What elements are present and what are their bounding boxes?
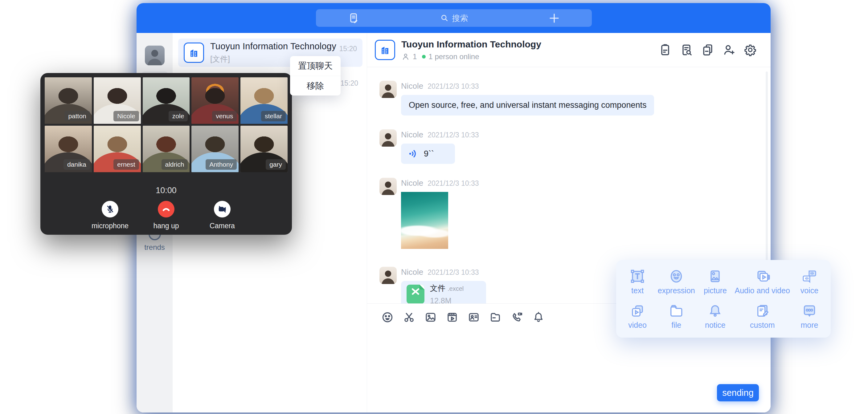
- message-body: Nicole 2021/12/3 10:33 Open source, free…: [401, 81, 654, 116]
- audio-video-icon: [754, 268, 770, 284]
- screenshot-scissors-icon[interactable]: [402, 311, 416, 324]
- panel-item-text[interactable]: text: [618, 264, 657, 299]
- message-voice: Nicole 2021/12/3 10:33 9``: [379, 129, 758, 164]
- screen: 搜索: [0, 0, 868, 414]
- panel-label: text: [631, 286, 644, 295]
- text-bubble[interactable]: Open source, free, and universal instant…: [401, 95, 654, 116]
- video-clip-icon[interactable]: [445, 311, 459, 324]
- emoji-icon[interactable]: [381, 311, 394, 324]
- panel-label: more: [801, 321, 818, 329]
- members-icon: [401, 52, 410, 61]
- chat-header-meta: Tuoyun Information Technology 1 1 person…: [401, 39, 658, 61]
- panel-item-file[interactable]: file: [657, 299, 696, 333]
- panel-item-video[interactable]: video: [618, 299, 657, 333]
- message-time: 2021/12/3 10:33: [428, 131, 479, 139]
- sender-name: Nicole: [401, 178, 423, 188]
- microphone-button[interactable]: microphone: [92, 201, 128, 230]
- panel-item-notice[interactable]: notice: [696, 299, 735, 333]
- group-building-icon: [375, 40, 395, 60]
- chat-subtitle: 1 1 person online: [401, 52, 658, 61]
- trends-label: trends: [136, 243, 173, 252]
- expression-icon: [668, 268, 684, 284]
- notification-bell-icon[interactable]: [532, 311, 545, 324]
- member-count: 1: [413, 52, 417, 61]
- panel-label: file: [671, 321, 681, 329]
- excel-file-icon: [407, 285, 425, 304]
- participant-name: gary: [266, 159, 286, 170]
- notice-icon: [707, 303, 723, 319]
- file-bubble[interactable]: 文件 .excel 12.8M: [401, 281, 486, 304]
- search-placeholder: 搜索: [452, 12, 468, 23]
- search-bar[interactable]: 搜索: [316, 9, 592, 27]
- message-time: 2021/12/3 10:33: [428, 268, 479, 277]
- camera-button[interactable]: Camera: [204, 201, 241, 230]
- send-button[interactable]: sending: [717, 384, 759, 402]
- voice-duration: 9``: [424, 149, 434, 159]
- image-attachment-beach[interactable]: [401, 192, 448, 249]
- sender-name: Nicole: [401, 267, 423, 277]
- sender-name: Nicole: [401, 81, 423, 91]
- voice-bubble[interactable]: 9``: [401, 144, 455, 164]
- note-edit-icon[interactable]: [347, 11, 360, 25]
- participant-grid: patton Nicole zole venus stellar danika …: [45, 77, 287, 172]
- file-folder-icon[interactable]: [489, 311, 502, 324]
- participant-name: stellar: [261, 111, 286, 121]
- participant-tile: Anthony: [191, 126, 239, 172]
- board-icon[interactable]: [658, 43, 672, 57]
- search-icon: [440, 13, 449, 23]
- settings-gear-icon[interactable]: [743, 43, 757, 57]
- participant-name: Nicole: [114, 111, 139, 121]
- picture-icon[interactable]: [424, 311, 437, 324]
- contact-card-icon[interactable]: [467, 311, 480, 324]
- camera-off-icon: [214, 201, 230, 218]
- chat-header-actions: [658, 43, 757, 57]
- panel-label: voice: [801, 286, 818, 295]
- menu-item-pin-chat[interactable]: 置顶聊天: [290, 56, 341, 76]
- panel-item-picture[interactable]: picture: [696, 264, 735, 299]
- mic-muted-icon: [102, 201, 118, 218]
- participant-name: aldrich: [161, 159, 188, 170]
- participant-name: patton: [64, 111, 90, 121]
- group-building-icon: [184, 42, 204, 63]
- avatar[interactable]: [379, 267, 397, 284]
- person-silhouette: [145, 45, 164, 65]
- message-time: 2021/12/3 10:33: [428, 179, 479, 188]
- file-meta: 文件 .excel 12.8M: [430, 283, 464, 304]
- message-body: Nicole 2021/12/3 10:33 9``: [401, 129, 479, 164]
- participant-tile: zole: [143, 77, 190, 124]
- more-icon: [801, 303, 817, 319]
- panel-label: custom: [750, 321, 775, 329]
- my-avatar[interactable]: [145, 45, 164, 65]
- search-placeholder-group[interactable]: 搜索: [440, 12, 468, 23]
- avatar[interactable]: [379, 129, 397, 147]
- plus-icon[interactable]: [548, 11, 561, 25]
- panel-item-custom[interactable]: custom: [735, 299, 790, 333]
- hang-up-label: hang up: [153, 222, 179, 230]
- panel-label: notice: [705, 321, 725, 329]
- voice-wave-icon: [408, 148, 419, 159]
- panel-label: video: [628, 321, 647, 329]
- video-call-icon[interactable]: [510, 311, 524, 324]
- participant-tile: danika: [45, 126, 92, 172]
- panel-label: expression: [658, 286, 695, 295]
- online-status: 1 person online: [429, 52, 479, 61]
- panel-item-voice[interactable]: voice: [790, 264, 829, 299]
- menu-item-remove[interactable]: 移除: [290, 76, 341, 95]
- hang-up-button[interactable]: hang up: [148, 201, 185, 230]
- add-member-icon[interactable]: [722, 43, 736, 57]
- avatar[interactable]: [379, 178, 397, 195]
- files-icon[interactable]: [701, 43, 714, 57]
- panel-item-audio-video[interactable]: Audio and video: [735, 264, 790, 299]
- panel-item-expression[interactable]: expression: [657, 264, 696, 299]
- participant-tile: aldrich: [143, 126, 190, 172]
- avatar[interactable]: [379, 81, 397, 98]
- microphone-label: microphone: [92, 222, 128, 230]
- panel-item-more[interactable]: more: [790, 299, 829, 333]
- call-timer: 10:00: [45, 186, 287, 195]
- chat-history-search-icon[interactable]: [680, 43, 693, 57]
- participant-tile: patton: [45, 77, 92, 124]
- video-call-overlay: patton Nicole zole venus stellar danika …: [40, 73, 292, 235]
- conversation-context-menu: 置顶聊天 移除: [290, 56, 341, 95]
- message-type-panel: text expression picture: [616, 260, 831, 338]
- call-controls: microphone hang up Camer: [45, 201, 287, 230]
